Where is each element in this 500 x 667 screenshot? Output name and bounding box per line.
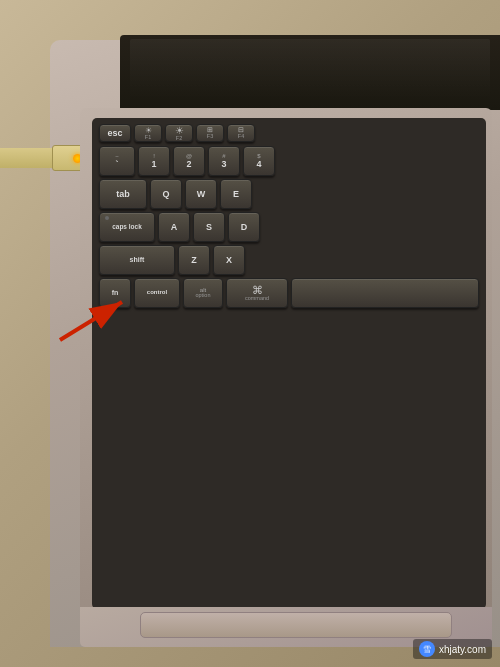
f4-key[interactable]: ⊟ F4	[227, 124, 255, 142]
2-key[interactable]: @ 2	[173, 146, 205, 176]
watermark-logo: 雪	[419, 641, 435, 657]
keyboard-area: esc ☀ F1 ☀ F2 ⊞ F3 ⊟ F4 ~ `	[92, 118, 486, 609]
tab-row: tab Q W E	[99, 179, 479, 209]
f1-key[interactable]: ☀ F1	[134, 124, 162, 142]
4-key[interactable]: $ 4	[243, 146, 275, 176]
watermark: 雪 xhjaty.com	[413, 639, 492, 659]
f2-key[interactable]: ☀ F2	[165, 124, 193, 142]
control-key[interactable]: control	[134, 278, 180, 308]
z-key[interactable]: Z	[178, 245, 210, 275]
tab-key[interactable]: tab	[99, 179, 147, 209]
laptop-screen-lid	[120, 35, 500, 110]
shift-key[interactable]: shift	[99, 245, 175, 275]
option-key[interactable]: alt option	[183, 278, 223, 308]
x-key[interactable]: X	[213, 245, 245, 275]
svg-line-1	[60, 302, 122, 340]
number-row: ~ ` ! 1 @ 2 # 3 $ 4	[99, 146, 479, 176]
3-key[interactable]: # 3	[208, 146, 240, 176]
s-key[interactable]: S	[193, 212, 225, 242]
caps-lock-led	[105, 216, 109, 220]
magsafe-cable	[0, 148, 60, 168]
a-key[interactable]: A	[158, 212, 190, 242]
f3-key[interactable]: ⊞ F3	[196, 124, 224, 142]
q-key[interactable]: Q	[150, 179, 182, 209]
main-container: esc ☀ F1 ☀ F2 ⊞ F3 ⊟ F4 ~ `	[0, 0, 500, 667]
screen-reflection	[130, 39, 490, 99]
shift-row: shift Z X	[99, 245, 479, 275]
w-key[interactable]: W	[185, 179, 217, 209]
caps-row: caps lock A S D	[99, 212, 479, 242]
esc-key[interactable]: esc	[99, 124, 131, 142]
bottom-row: fn control alt option ⌘ command	[99, 278, 479, 308]
d-key[interactable]: D	[228, 212, 260, 242]
trackpad[interactable]	[140, 612, 452, 638]
space-key[interactable]	[291, 278, 479, 308]
e-key[interactable]: E	[220, 179, 252, 209]
function-row: esc ☀ F1 ☀ F2 ⊞ F3 ⊟ F4	[99, 124, 479, 142]
arrow-indicator	[50, 290, 140, 350]
caps-lock-key[interactable]: caps lock	[99, 212, 155, 242]
command-key[interactable]: ⌘ command	[226, 278, 288, 308]
tilde-key[interactable]: ~ `	[99, 146, 135, 176]
1-key[interactable]: ! 1	[138, 146, 170, 176]
